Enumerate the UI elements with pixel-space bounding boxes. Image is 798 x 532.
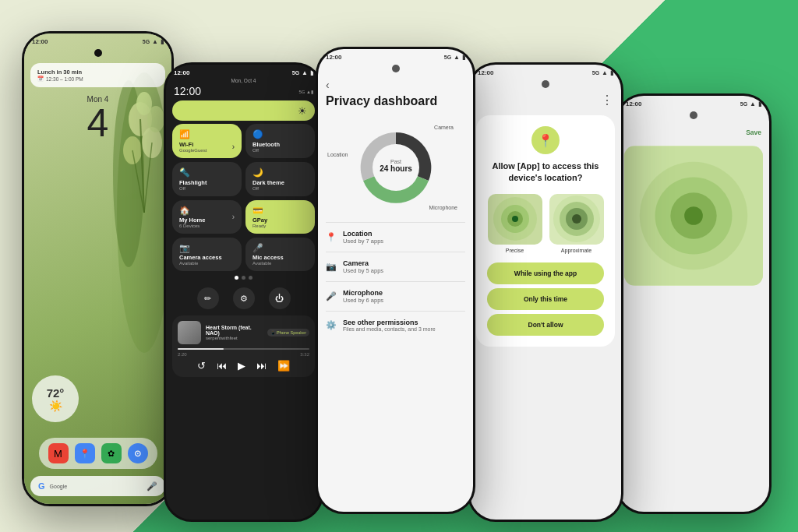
- mic-item-content: Microphone Used by 6 apps: [343, 289, 383, 304]
- battery-icon-p2: ▮: [310, 69, 313, 76]
- location-item-content: Location Used by 7 apps: [343, 230, 383, 245]
- status-icons-p5: 5G ▲ ▮: [740, 100, 761, 107]
- permission-title: Allow [App] to access this device's loca…: [487, 160, 604, 185]
- access-tiles-row: 📷 Camera access Available 🎤 Mic access A…: [166, 238, 321, 271]
- camera-label: Camera: [434, 125, 454, 130]
- battery-icon-p5: ▮: [758, 100, 761, 107]
- clock-display: 4: [24, 104, 171, 143]
- camera-item[interactable]: 📷 Camera Used by 5 apps: [326, 252, 465, 281]
- qs-indicators-p2: 5G ▲▮: [298, 89, 313, 94]
- other-permissions-item[interactable]: ⚙️ See other permissions Files and media…: [326, 311, 465, 339]
- approx-map-img: [549, 194, 604, 245]
- camera-item-content: Camera Used by 5 apps: [343, 259, 383, 274]
- mic-tile-sub: Available: [252, 261, 308, 266]
- status-bar-p5: 12:00 5G ▲ ▮: [618, 96, 769, 109]
- mic-access-tile[interactable]: 🎤 Mic access Available: [245, 238, 315, 271]
- dark-theme-title: Dark theme: [252, 179, 308, 186]
- wifi-icon-p1: ▲: [152, 38, 158, 45]
- progress-fill: [178, 348, 224, 350]
- progress-bar[interactable]: [178, 348, 309, 350]
- music-player: Heart Storm (feat. NAO) serpentwithfeet …: [172, 315, 315, 377]
- notch-p4: [470, 78, 621, 90]
- gpay-tile[interactable]: 💳 GPay Ready: [245, 200, 315, 234]
- power-btn[interactable]: ⏻: [269, 287, 291, 309]
- maps-icon[interactable]: 📍: [75, 443, 95, 463]
- battery-icon-p1: ▮: [161, 38, 164, 45]
- status-time-p5: 12:00: [626, 100, 641, 107]
- dark-theme-sub: Off: [252, 186, 308, 191]
- location-item[interactable]: 📍 Location Used by 7 apps: [326, 222, 465, 252]
- dont-allow-btn[interactable]: Don't allow: [487, 314, 604, 336]
- notch-p3: [318, 62, 473, 74]
- speaker-badge: 📱 Phone Speaker: [267, 329, 309, 336]
- while-using-btn[interactable]: While using the app: [487, 262, 604, 284]
- dark-theme-tile[interactable]: 🌙 Dark theme Off: [245, 162, 315, 196]
- camera-tile-sub: Available: [179, 261, 235, 266]
- bt-sub: Off: [252, 148, 308, 153]
- search-label: Google: [50, 484, 142, 489]
- chrome-icon[interactable]: ⊙: [128, 443, 148, 463]
- mic-icon[interactable]: 🎤: [147, 481, 157, 491]
- microphone-label: Microphone: [429, 205, 457, 210]
- status-bar-p3: 12:00 5G ▲ ▮: [318, 49, 473, 62]
- only-this-time-btn[interactable]: Only this time: [487, 288, 604, 310]
- gmail-icon[interactable]: M: [48, 443, 69, 463]
- play-icon[interactable]: ▶: [238, 360, 245, 372]
- my-home-tile[interactable]: 🏠 My Home 6 Devices ›: [172, 200, 242, 234]
- status-bar-p2: 12:00 5G ▲ ▮: [166, 65, 321, 78]
- status-time-p4: 12:00: [478, 69, 493, 76]
- privacy-title: Privacy dashboard: [318, 91, 473, 113]
- mic-item-title: Microphone: [343, 289, 383, 297]
- bottom-controls: ✏ ⚙ ⏻: [166, 284, 321, 312]
- replay-icon[interactable]: ↺: [197, 360, 206, 372]
- brightness-bar[interactable]: ☀: [172, 100, 315, 121]
- 5g-label-p3: 5G: [444, 55, 451, 60]
- app-dock[interactable]: M 📍 ✿ ⊙: [39, 438, 157, 469]
- microphone-item[interactable]: 🎤 Microphone Used by 6 apps: [326, 281, 465, 311]
- privacy-header: ‹: [318, 74, 473, 91]
- camera-tile-icon: 📷: [179, 243, 235, 253]
- photos-icon[interactable]: ✿: [101, 443, 122, 463]
- album-art: [178, 321, 201, 344]
- settings-btn[interactable]: ⚙: [233, 287, 255, 309]
- wifi-icon-p4: ▲: [602, 69, 608, 76]
- search-bar[interactable]: G Google 🎤: [30, 476, 165, 496]
- dot-1: [242, 276, 245, 280]
- prev-icon[interactable]: ⏮: [217, 360, 227, 372]
- song-info: Heart Storm (feat. NAO) serpentwithfeet: [206, 325, 263, 340]
- camera-item-icon: 📷: [326, 262, 337, 272]
- save-btn-p5[interactable]: Save: [746, 129, 761, 136]
- temperature: 72°: [47, 386, 65, 400]
- playback-controls[interactable]: ↺ ⏮ ▶ ⏭ ⏩: [178, 360, 309, 372]
- forward-icon[interactable]: ⏩: [277, 360, 290, 372]
- music-header: Heart Storm (feat. NAO) serpentwithfeet …: [178, 321, 309, 344]
- back-btn-p3[interactable]: ‹: [326, 79, 330, 91]
- status-time-p3: 12:00: [326, 54, 341, 61]
- camera-access-tile[interactable]: 📷 Camera access Available: [172, 238, 242, 271]
- status-icons-p3: 5G ▲ ▮: [444, 54, 465, 61]
- wifi-tile-title: Wi-Fi: [179, 141, 207, 148]
- wifi-tile[interactable]: 📶 Wi-Fi GoogleGuest ›: [172, 124, 242, 158]
- gpay-sub: Ready: [252, 224, 308, 228]
- bluetooth-tile[interactable]: 🔵 Bluetooth Off: [245, 124, 315, 158]
- gpay-icon: 💳: [252, 206, 308, 216]
- page-dots: [166, 276, 321, 280]
- other-perms-title: See other permissions: [343, 319, 436, 326]
- donut-chart: Camera Location Microphone Past 24 hours: [318, 113, 473, 222]
- approx-map: Approximate: [549, 194, 604, 253]
- permission-list: 📍 Location Used by 7 apps 📷 Camera Used …: [318, 222, 473, 339]
- song-title: Heart Storm (feat. NAO): [206, 325, 263, 336]
- more-options-btn[interactable]: ⋮: [470, 90, 621, 111]
- phone-4: 12:00 5G ▲ ▮ ⋮ 📍 Allow [App] to access t…: [468, 62, 623, 522]
- brightness-icon: ☀: [298, 105, 307, 117]
- wide-tiles-row: 🏠 My Home 6 Devices › 💳 GPay Ready: [166, 200, 321, 234]
- app-location-icon: 📍: [531, 126, 560, 154]
- flashlight-tile[interactable]: 🔦 Flashlight Off: [172, 162, 242, 196]
- wifi-icon-p3: ▲: [454, 54, 460, 61]
- signal-label-p1: 5G: [143, 39, 150, 44]
- camera-item-sub: Used by 5 apps: [343, 267, 383, 274]
- permission-dialog: 📍 Allow [App] to access this device's lo…: [476, 115, 615, 347]
- edit-btn[interactable]: ✏: [197, 287, 219, 309]
- next-icon[interactable]: ⏭: [256, 360, 267, 372]
- wifi-tile-sub: GoogleGuest: [179, 148, 207, 153]
